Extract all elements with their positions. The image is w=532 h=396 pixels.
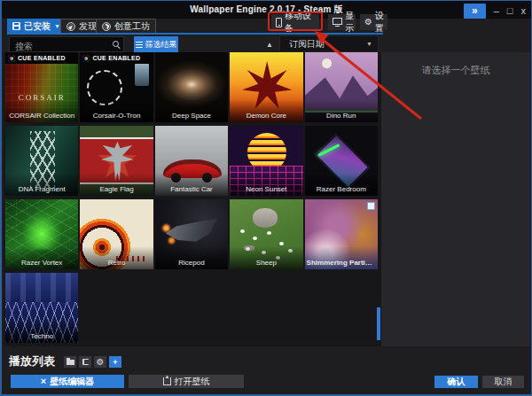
wallpaper-title: Techno (5, 320, 78, 343)
upload-icon (163, 377, 171, 385)
minimize-button[interactable]: – (494, 4, 499, 19)
wallpaper-tile-corsair-o-tron[interactable]: CUE ENABLEDCorsair-O-Tron (80, 52, 153, 122)
wallpaper-title: Ricepod (155, 246, 228, 269)
compass-icon (66, 22, 75, 31)
wallpaper-tile-sheep[interactable]: Sheep (230, 199, 302, 269)
phone-icon (276, 18, 282, 27)
wallpaper-editor-label: 壁纸编辑器 (50, 376, 94, 388)
playlist-open-button[interactable] (64, 356, 76, 368)
monitor-icon (332, 18, 342, 25)
wallpaper-engine-window: Wallpaper Engine 2.0.17 - Steam 版 » – □ … (0, 0, 532, 396)
playlist-save-button[interactable] (79, 356, 91, 368)
chevron-down-icon: ▼ (54, 23, 60, 29)
icue-ring-icon (82, 55, 90, 62)
open-wallpaper-label: 打开壁纸 (175, 376, 210, 388)
gear-icon: ⚙ (364, 18, 372, 27)
filter-results-label: 筛选结果 (145, 39, 177, 50)
maximize-button[interactable]: □ (507, 4, 513, 19)
active-tab-underline (7, 33, 383, 35)
open-wallpaper-button[interactable]: 打开壁纸 (129, 375, 244, 388)
dropdown-caret-icon: ▼ (366, 41, 372, 47)
icue-ring-icon (8, 55, 15, 62)
wallpaper-title: Eagle Flag (80, 173, 153, 196)
wallpaper-tile-fantastic-car[interactable]: Fantastic Car (155, 126, 228, 196)
settings-label: 设置 (375, 10, 384, 35)
cue-enabled-badge: CUE ENABLED (5, 52, 78, 64)
filter-list-icon (136, 42, 143, 48)
tab-workshop-label: 创意工坊 (114, 20, 150, 33)
window-controls: » – □ x (464, 3, 526, 19)
cue-enabled-badge: CUE ENABLED (80, 52, 153, 64)
wallpaper-title: Corsair-O-Tron (80, 99, 153, 122)
editor-tools-icon: × (41, 377, 46, 386)
wallpaper-title: Dino Run (305, 99, 378, 122)
tab-installed-label: 已安装 (24, 20, 51, 33)
wallpaper-title: Razer Bedroom (305, 173, 378, 196)
tab-workshop[interactable]: 创意工坊 (96, 19, 156, 34)
cue-enabled-text: CUE ENABLED (92, 55, 140, 61)
wallpaper-title: Shimmering Particles (305, 246, 378, 269)
installed-disk-icon (12, 22, 20, 30)
wallpaper-tile-demon-core[interactable]: Demon Core (230, 52, 302, 122)
display-button[interactable]: 显示 (328, 14, 356, 30)
preview-panel: 请选择一个壁纸 (381, 52, 530, 346)
wallpaper-tile-shimmering-particles[interactable]: Shimmering Particles (305, 199, 378, 269)
playlist-settings-button[interactable]: ⚙ (94, 356, 106, 368)
settings-button[interactable]: ⚙ 设置 (360, 14, 387, 30)
mobile-device-label: 移动设备 (285, 10, 315, 35)
cue-enabled-text: CUE ENABLED (18, 55, 66, 61)
wallpaper-title: Demon Core (230, 99, 302, 122)
playlist-add-button[interactable]: + (109, 356, 121, 368)
confirm-button[interactable]: 确认 (434, 376, 478, 388)
wallpaper-title: Deep Space (155, 99, 228, 122)
wallpaper-tile-dna-fragment[interactable]: DNA Fragment (5, 126, 78, 196)
wallpaper-tile-corsair-collection[interactable]: CUE ENABLEDCORSAIRCORSAIR Collection (5, 52, 78, 122)
wallpaper-tile-retro[interactable]: Retro (80, 199, 153, 269)
gears-icon: ⚙ (97, 358, 105, 367)
wallpaper-tile-dino-run[interactable]: Dino Run (305, 52, 378, 122)
expand-button[interactable]: » (464, 4, 486, 19)
search-icon (113, 41, 119, 47)
playlist-label: 播放列表 (9, 353, 55, 369)
wallpaper-title: Fantastic Car (155, 173, 228, 196)
selected-checkbox[interactable] (367, 202, 375, 210)
close-button[interactable]: x (521, 4, 527, 19)
wallpaper-tile-eagle-flag[interactable]: Eagle Flag (80, 126, 153, 196)
window-title: Wallpaper Engine 2.0.17 - Steam 版 (2, 4, 531, 16)
wallpaper-title: Neon Sunset (230, 173, 302, 196)
cancel-button[interactable]: 取消 (482, 376, 524, 388)
wallpaper-grid-area: CUE ENABLEDCORSAIRCORSAIR CollectionCUE … (4, 52, 381, 346)
wallpaper-tile-deep-space[interactable]: Deep Space (155, 52, 228, 122)
display-label: 显示 (345, 10, 354, 35)
save-disk-icon (82, 359, 89, 365)
wallpaper-title: Razer Vortex (5, 246, 78, 269)
wallpaper-title: Retro (80, 246, 153, 269)
sort-dropdown[interactable]: 订阅日期 ▼ (279, 35, 379, 52)
search-box (9, 36, 124, 52)
filter-results-button[interactable]: 筛选结果 (134, 36, 178, 52)
wallpaper-tile-razer-vortex[interactable]: Razer Vortex (5, 199, 78, 269)
wallpaper-editor-button[interactable]: × 壁纸编辑器 (11, 375, 124, 388)
wallpaper-title: CORSAIR Collection (5, 99, 78, 122)
workshop-icon (102, 22, 111, 31)
mobile-device-button[interactable]: 移动设备 (271, 14, 319, 30)
select-wallpaper-hint: 请选择一个壁纸 (381, 64, 530, 77)
wallpaper-tile-ricepod[interactable]: Ricepod (155, 199, 228, 269)
wallpaper-grid: CUE ENABLEDCORSAIRCORSAIR CollectionCUE … (5, 52, 378, 343)
title-bar: Wallpaper Engine 2.0.17 - Steam 版 » – □ … (2, 1, 531, 19)
folder-icon (66, 360, 74, 365)
tab-installed[interactable]: 已安装 ▼ (7, 19, 66, 34)
wallpaper-tile-razer-bedroom[interactable]: Razer Bedroom (305, 126, 378, 196)
wallpaper-title: DNA Fragment (5, 173, 78, 196)
sort-value: 订阅日期 (289, 38, 325, 50)
scrollbar-thumb[interactable] (377, 307, 380, 340)
collapse-button[interactable]: ▲ (262, 38, 277, 50)
tab-discover-label: 发现 (79, 20, 97, 33)
wallpaper-title: Sheep (230, 246, 302, 269)
wallpaper-tile-neon-sunset[interactable]: Neon Sunset (230, 126, 302, 196)
wallpaper-tile-techno[interactable]: Techno (5, 273, 78, 343)
